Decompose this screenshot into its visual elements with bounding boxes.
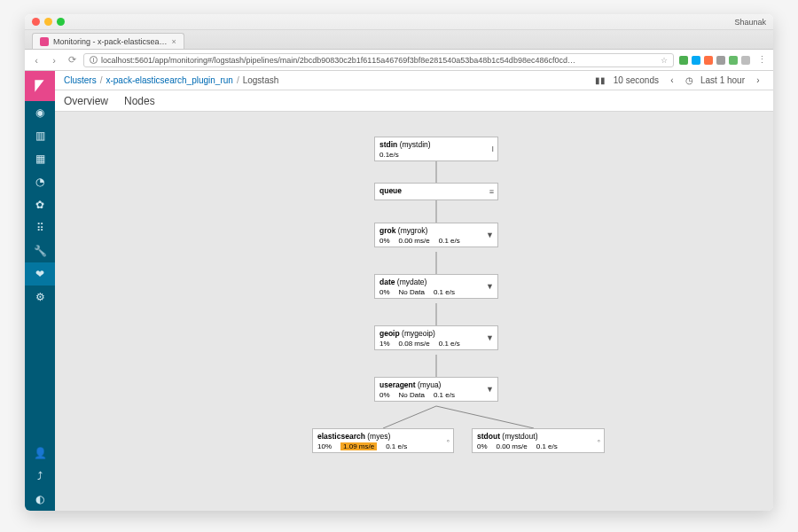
logout-icon[interactable]: ⤴ [25, 465, 55, 488]
close-window-icon[interactable] [32, 18, 40, 26]
apm-icon[interactable]: ✿ [25, 193, 55, 216]
account-icon[interactable]: 👤 [25, 442, 55, 465]
tab-title: Monitoring - x-pack-elasticsea… [53, 37, 168, 46]
graph-icon[interactable]: ⠿ [25, 216, 55, 239]
extension-icons [679, 56, 750, 65]
extension-icon[interactable] [679, 56, 688, 65]
maximize-window-icon[interactable] [57, 18, 65, 26]
refresh-interval[interactable]: 10 seconds [614, 75, 659, 85]
breadcrumb-cluster[interactable]: x-pack-elasticsearch_plugin_run [106, 75, 232, 85]
filter-type-icon: ▼ [486, 385, 494, 394]
filter-type-icon: ▼ [486, 282, 494, 291]
output-type-icon: ◦ [598, 436, 600, 445]
filter-type-icon: ▼ [486, 231, 494, 239]
browser-toolbar: ‹ › ⟳ i localhost:5601/app/monitoring#/l… [25, 50, 773, 71]
extension-icon[interactable] [692, 56, 700, 65]
page-tabs: Overview Nodes [55, 90, 773, 112]
menu-button[interactable]: ⋮ [755, 54, 768, 66]
browser-tab[interactable]: Monitoring - x-pack-elasticsea… × [32, 33, 184, 49]
discover-icon[interactable]: ◉ [25, 101, 55, 124]
pipeline-node-date[interactable]: date (mydate) 0%No Data0.1 e/s ▼ [374, 274, 498, 299]
management-icon[interactable]: ⚙ [25, 286, 55, 309]
forward-button[interactable]: › [48, 54, 60, 66]
timelion-icon[interactable]: ◔ [25, 170, 55, 193]
url-text: localhost:5601/app/monitoring#/logstash/… [101, 56, 575, 65]
extension-icon[interactable] [704, 56, 713, 65]
breadcrumb: Clusters / x-pack-elasticsearch_plugin_r… [55, 71, 773, 90]
tab-overview[interactable]: Overview [64, 95, 108, 111]
profile-name: Shaunak [734, 18, 766, 27]
extension-icon[interactable] [716, 56, 725, 65]
visualize-icon[interactable]: ▥ [25, 124, 55, 147]
time-next-button[interactable]: › [752, 75, 764, 85]
browser-window: Shaunak Monitoring - x-pack-elasticsea… … [25, 14, 773, 511]
main-content: Clusters / x-pack-elasticsearch_plugin_r… [55, 71, 773, 511]
breadcrumb-current: Logstash [243, 75, 279, 85]
tab-nodes[interactable]: Nodes [124, 95, 155, 111]
site-info-icon[interactable]: i [90, 56, 98, 64]
side-nav: ◉ ▥ ▦ ◔ ✿ ⠿ 🔧 ❤ ⚙ 👤 ⤴ ◐ [25, 71, 55, 511]
clock-icon: ◷ [685, 75, 693, 85]
breadcrumb-sep: / [100, 75, 103, 85]
breadcrumb-sep: / [237, 75, 239, 85]
time-controls: ▮▮ 10 seconds ‹ ◷ Last 1 hour › [594, 75, 764, 85]
pipeline-node-grok[interactable]: grok (mygrok) 0%0.00 ms/e0.1 e/s ▼ [374, 223, 498, 247]
pipeline-node-geoip[interactable]: geoip (mygeoip) 1%0.08 ms/e0.1 e/s ▼ [374, 325, 498, 350]
time-range[interactable]: Last 1 hour [700, 75, 745, 85]
svg-line-5 [383, 406, 436, 428]
pipeline-canvas[interactable]: stdin (mystdin) 0.1e/s I queue ≡ grok (m… [55, 112, 773, 511]
bookmark-icon[interactable]: ☆ [661, 56, 668, 65]
input-type-icon: I [491, 145, 494, 153]
browser-tabstrip: Monitoring - x-pack-elasticsea… × [25, 30, 773, 50]
pipeline-node-stdin[interactable]: stdin (mystdin) 0.1e/s I [374, 137, 498, 161]
pipeline-node-queue[interactable]: queue ≡ [374, 183, 498, 200]
output-type-icon: ◦ [447, 436, 450, 445]
kibana-logo-icon[interactable] [25, 71, 55, 101]
svg-line-6 [436, 406, 534, 428]
time-prev-button[interactable]: ‹ [666, 75, 678, 85]
pause-button[interactable]: ▮▮ [594, 75, 606, 85]
extension-icon[interactable] [729, 56, 738, 65]
filter-type-icon: ▼ [486, 333, 494, 342]
dashboard-icon[interactable]: ▦ [25, 147, 55, 170]
pipeline-node-stdout[interactable]: stdout (mystdout) 0%0.00 ms/e0.1 e/s ◦ [472, 428, 605, 453]
pipeline-node-elasticsearch[interactable]: elasticsearch (myes) 10%1.09 ms/e0.1 e/s… [312, 428, 454, 453]
kibana-favicon-icon [40, 37, 49, 46]
devtools-icon[interactable]: 🔧 [25, 239, 55, 262]
breadcrumb-clusters[interactable]: Clusters [64, 75, 97, 85]
close-tab-icon[interactable]: × [172, 37, 176, 46]
monitoring-icon[interactable]: ❤ [25, 262, 55, 286]
minimize-window-icon[interactable] [44, 18, 52, 26]
queue-type-icon: ≡ [489, 187, 494, 196]
reload-button[interactable]: ⟳ [66, 54, 78, 66]
back-button[interactable]: ‹ [30, 54, 43, 66]
kibana-app: ◉ ▥ ▦ ◔ ✿ ⠿ 🔧 ❤ ⚙ 👤 ⤴ ◐ Clusters / x-pac… [25, 71, 773, 511]
window-titlebar: Shaunak [25, 14, 773, 30]
collapse-icon[interactable]: ◐ [25, 488, 55, 511]
extension-icon[interactable] [741, 56, 750, 65]
address-bar[interactable]: i localhost:5601/app/monitoring#/logstas… [83, 53, 674, 67]
pipeline-node-useragent[interactable]: useragent (myua) 0%No Data0.1 e/s ▼ [374, 377, 498, 402]
